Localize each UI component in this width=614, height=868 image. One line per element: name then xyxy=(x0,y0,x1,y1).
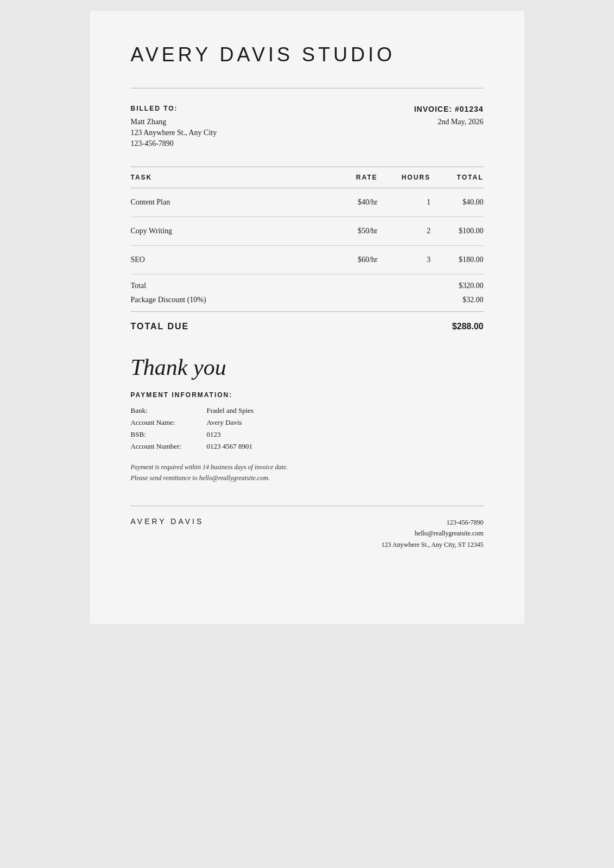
cell-hours-2: 3 xyxy=(378,246,431,275)
billing-right: INVOICE: #01234 2nd May, 2026 xyxy=(414,105,484,150)
payment-section: PAYMENT INFORMATION: Bank:Fradel and Spi… xyxy=(131,391,484,484)
total-due-row: TOTAL DUE $288.00 xyxy=(131,311,484,338)
subtotal-discount-label: Package Discount (10%) xyxy=(131,296,206,304)
subtotals: Total $320.00 Package Discount (10%) $32… xyxy=(131,279,484,307)
payment-key-1: Account Name: xyxy=(131,418,207,427)
subtotal-total-value: $320.00 xyxy=(459,282,484,290)
footer: AVERY DAVIS 123-456-7890 hello@reallygre… xyxy=(131,506,484,550)
invoice-number: INVOICE: #01234 xyxy=(414,105,484,113)
client-name: Matt Zhang xyxy=(131,118,217,126)
cell-task-2: SEO xyxy=(131,246,325,275)
payment-notice-line1: Payment is required within 14 business d… xyxy=(131,462,484,473)
cell-rate-0: $40/hr xyxy=(325,188,378,217)
cell-task-0: Content Plan xyxy=(131,188,325,217)
cell-rate-2: $60/hr xyxy=(325,246,378,275)
col-header-task: TASK xyxy=(131,167,325,188)
invoice-page: AVERY DAVIS STUDIO BILLED TO: Matt Zhang… xyxy=(90,11,524,624)
thank-you: Thank you xyxy=(131,354,484,380)
payment-notice: Payment is required within 14 business d… xyxy=(131,462,484,484)
cell-task-1: Copy Writing xyxy=(131,217,325,246)
cell-rate-1: $50/hr xyxy=(325,217,378,246)
payment-val-0: Fradel and Spies xyxy=(207,406,484,415)
cell-hours-1: 2 xyxy=(378,217,431,246)
payment-key-0: Bank: xyxy=(131,406,207,415)
payment-val-1: Avery Davis xyxy=(207,418,484,427)
payment-details: Bank:Fradel and SpiesAccount Name:Avery … xyxy=(131,406,484,451)
table-header-row: TASK RATE HOURS TOTAL xyxy=(131,167,484,188)
col-header-hours: HOURS xyxy=(378,167,431,188)
header: AVERY DAVIS STUDIO xyxy=(131,43,484,66)
payment-title: PAYMENT INFORMATION: xyxy=(131,391,484,399)
cell-total-0: $40.00 xyxy=(431,188,484,217)
client-address: 123 Anywhere St., Any City xyxy=(131,129,217,137)
footer-phone: 123-456-7890 xyxy=(381,517,483,528)
total-due-label: TOTAL DUE xyxy=(131,322,189,331)
footer-contact: 123-456-7890 hello@reallygreatsite.com 1… xyxy=(381,517,483,550)
col-header-total: TOTAL xyxy=(431,167,484,188)
header-divider xyxy=(131,88,484,88)
total-due-value: $288.00 xyxy=(452,322,484,331)
cell-total-1: $100.00 xyxy=(431,217,484,246)
table-row: Copy Writing $50/hr 2 $100.00 xyxy=(131,217,484,246)
billing-section: BILLED TO: Matt Zhang 123 Anywhere St., … xyxy=(131,105,484,150)
table-row: SEO $60/hr 3 $180.00 xyxy=(131,246,484,275)
footer-company-name: AVERY DAVIS xyxy=(131,517,204,526)
billing-left: BILLED TO: Matt Zhang 123 Anywhere St., … xyxy=(131,105,217,150)
company-name: AVERY DAVIS STUDIO xyxy=(131,43,484,66)
payment-val-3: 0123 4567 8901 xyxy=(207,442,484,451)
payment-key-2: BSB: xyxy=(131,430,207,439)
col-header-rate: RATE xyxy=(325,167,378,188)
subtotal-discount-row: Package Discount (10%) $32.00 xyxy=(131,293,484,307)
subtotal-total-row: Total $320.00 xyxy=(131,279,484,293)
table-row: Content Plan $40/hr 1 $40.00 xyxy=(131,188,484,217)
footer-address: 123 Anywhere St., Any City, ST 12345 xyxy=(381,539,483,550)
client-phone: 123-456-7890 xyxy=(131,139,217,148)
billed-to-label: BILLED TO: xyxy=(131,105,217,112)
payment-key-3: Account Number: xyxy=(131,442,207,451)
payment-notice-line2: Please send remittance to hello@reallygr… xyxy=(131,473,484,483)
footer-email: hello@reallygreatsite.com xyxy=(381,528,483,539)
cell-total-2: $180.00 xyxy=(431,246,484,275)
invoice-date: 2nd May, 2026 xyxy=(414,118,484,126)
subtotal-discount-value: $32.00 xyxy=(463,296,484,304)
subtotal-total-label: Total xyxy=(131,282,147,290)
invoice-table: TASK RATE HOURS TOTAL Content Plan $40/h… xyxy=(131,167,484,275)
cell-hours-0: 1 xyxy=(378,188,431,217)
payment-val-2: 0123 xyxy=(207,430,484,439)
